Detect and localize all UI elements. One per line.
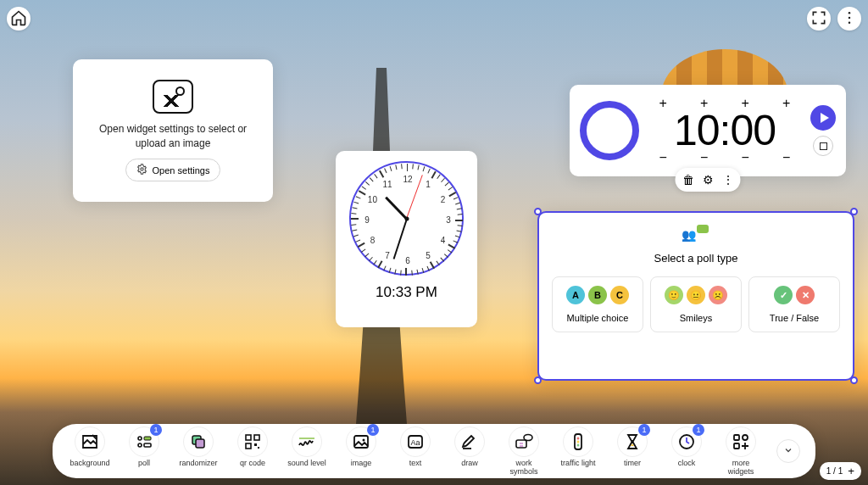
fullscreen-button[interactable] (807, 7, 831, 31)
svg-text:Aa: Aa (410, 438, 420, 447)
toolbar-item-label: randomizer (179, 460, 217, 468)
timer-toolbar: 🗑 ⚙ ⋮ (676, 168, 741, 192)
toolbar-item-label: background (70, 460, 109, 468)
svg-point-4 (138, 437, 142, 440)
clock-numeral: 3 (446, 215, 451, 225)
selection-handle-bl[interactable] (534, 376, 542, 384)
toolbar-item-label: image (351, 460, 372, 468)
timer-settings-button[interactable]: ⚙ (703, 173, 714, 187)
home-button[interactable] (7, 7, 31, 31)
timer-progress-ring (580, 101, 639, 160)
timer-dec-2[interactable]: − (694, 152, 715, 164)
svg-point-5 (138, 443, 142, 447)
poll-option-2[interactable]: ✓✕True / False (748, 276, 840, 332)
clock-numeral: 4 (441, 236, 446, 245)
timer-dec-1[interactable]: − (653, 152, 673, 164)
toolbar-item-draw[interactable]: draw (448, 426, 492, 477)
clock-face: 121234567891011 (349, 161, 464, 276)
poll-option-glyph: ✓ (774, 286, 793, 304)
svg-point-1 (849, 16, 851, 19)
timer-more-button[interactable]: ⋮ (722, 173, 734, 187)
timer-inc-1[interactable]: + (653, 98, 673, 109)
toolbar-item-text[interactable]: Aatext (393, 426, 437, 477)
timer-inc-4[interactable]: + (776, 98, 797, 109)
timer-delete-button[interactable]: 🗑 (682, 173, 694, 187)
image-placeholder-icon (153, 80, 193, 114)
randomizer-icon (183, 426, 214, 457)
toolbar-item-label: more widgets (719, 460, 763, 477)
toolbar-item-label: poll (138, 460, 150, 468)
svg-rect-13 (254, 443, 257, 446)
clock-widget[interactable]: 121234567891011 10:33 PM (336, 151, 477, 327)
toolbar-item-background[interactable]: background (68, 426, 112, 477)
svg-point-24 (577, 443, 580, 446)
toolbar-item-label: draw (461, 460, 478, 468)
poll-option-glyph: 😐 (687, 286, 705, 304)
toolbar-item-more[interactable]: more widgets (719, 426, 763, 477)
toolbar-item-timer[interactable]: 1timer (610, 426, 654, 477)
background-icon (75, 426, 105, 457)
clock-numeral: 9 (364, 215, 370, 225)
timer-play-button[interactable] (810, 105, 836, 131)
selection-handle-tr[interactable] (850, 208, 858, 215)
toolbar-badge: 1 (150, 424, 162, 436)
text-icon: Aa (400, 426, 431, 457)
timer-stop-button[interactable] (813, 136, 833, 156)
toolbar-item-label: work symbols (502, 460, 546, 477)
poll-option-0[interactable]: ABCMultiple choice (552, 276, 643, 332)
timer-value: 10:00 (643, 109, 807, 152)
toolbar-item-label: qr code (240, 460, 265, 468)
poll-option-label: Multiple choice (567, 313, 629, 323)
toolbar-item-clock[interactable]: 1clock (665, 426, 709, 477)
clock-numeral: 7 (385, 250, 390, 259)
toolbar-item-label: traffic light (561, 460, 596, 468)
fullscreen-icon (810, 9, 827, 29)
clock-numeral: 8 (370, 236, 376, 245)
timer-decrement-row: − − − − (643, 152, 807, 164)
toolbar-item-poll[interactable]: 1poll (122, 426, 166, 477)
toolbar-collapse-button[interactable] (776, 439, 800, 463)
svg-rect-7 (144, 443, 151, 447)
add-page-button[interactable]: + (848, 465, 854, 477)
widget-toolbar: background1pollrandomizerqr codesound le… (53, 424, 815, 478)
home-icon (10, 9, 27, 29)
chevron-down-icon (783, 445, 793, 458)
toolbar-item-randomizer[interactable]: randomizer (176, 426, 220, 477)
toolbar-item-image[interactable]: 1image (339, 426, 383, 477)
toolbar-badge: 1 (367, 424, 379, 436)
qrcode-icon (237, 426, 268, 457)
toolbar-item-label: sound level (287, 460, 326, 468)
selection-handle-tl[interactable] (534, 208, 542, 215)
toolbar-item-worksymbols[interactable]: work symbols (502, 426, 546, 477)
timer-widget[interactable]: + + + + 10:00 − − − − 🗑 ⚙ ⋮ (570, 85, 846, 176)
toolbar-item-sound[interactable]: sound level (285, 426, 329, 477)
svg-rect-11 (254, 435, 259, 440)
svg-point-0 (849, 11, 851, 13)
svg-point-2 (849, 21, 851, 24)
open-settings-button[interactable]: Open settings (125, 159, 221, 181)
trash-icon: 🗑 (682, 173, 694, 187)
svg-point-22 (577, 437, 580, 439)
clock-time-text: 10:33 PM (376, 284, 437, 301)
toolbar-item-label: clock (678, 460, 696, 468)
timer-dec-4[interactable]: − (776, 152, 797, 164)
svg-rect-6 (144, 437, 151, 440)
poll-option-glyph: B (588, 286, 607, 304)
poll-widget[interactable]: Select a poll type ABCMultiple choice🙂😐☹… (537, 211, 854, 381)
toolbar-item-trafficlight[interactable]: traffic light (556, 426, 600, 477)
clock-hour-hand (385, 196, 407, 219)
clock-minute-hand (392, 218, 407, 259)
sound-icon (292, 426, 322, 457)
svg-point-16 (363, 438, 365, 441)
image-widget[interactable]: Open widget settings to select or upload… (73, 59, 273, 202)
clock-numeral: 2 (441, 195, 446, 204)
selection-handle-br[interactable] (850, 376, 858, 384)
more-menu-button[interactable] (837, 7, 861, 31)
toolbar-badge: 1 (693, 424, 704, 436)
worksymbols-icon (509, 426, 539, 457)
timer-dec-3[interactable]: − (735, 152, 755, 164)
toolbar-item-qrcode[interactable]: qr code (231, 426, 275, 477)
poll-option-1[interactable]: 🙂😐☹️Smileys (650, 276, 742, 332)
clock-numeral: 1 (426, 180, 431, 189)
more-vertical-icon: ⋮ (722, 173, 734, 187)
